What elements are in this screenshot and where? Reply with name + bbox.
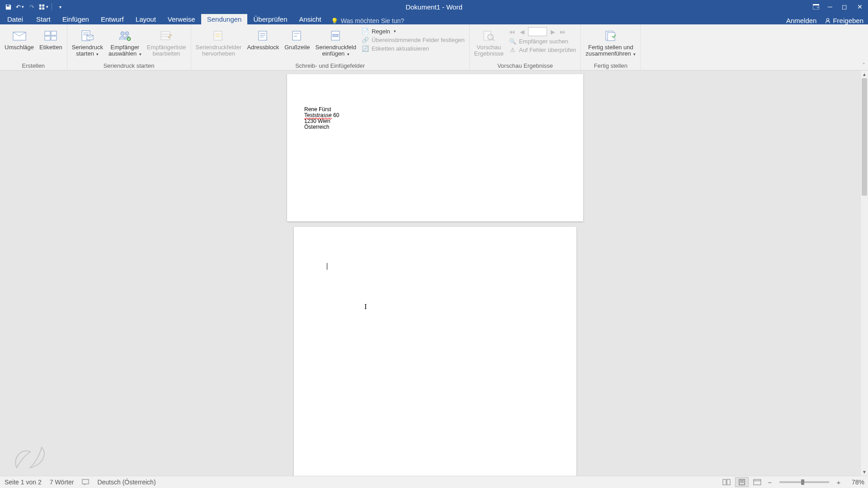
tab-review[interactable]: Überprüfen bbox=[247, 14, 293, 24]
tab-references[interactable]: Verweise bbox=[162, 14, 201, 24]
read-mode-button[interactable] bbox=[720, 477, 733, 487]
prev-record-button[interactable]: ◀ bbox=[518, 28, 526, 36]
labels-button[interactable]: Etiketten bbox=[37, 26, 65, 52]
find-recipient-button[interactable]: 🔍Empfänger suchen bbox=[508, 37, 577, 45]
highlight-icon bbox=[211, 28, 226, 43]
check-errors-button[interactable]: ⚠Auf Fehler überprüfen bbox=[508, 46, 577, 54]
group-write-insert: Seriendruckfelderhervorheben Adressblock… bbox=[191, 24, 470, 70]
touch-mode-button[interactable]: ▾ bbox=[38, 1, 49, 12]
save-button[interactable] bbox=[3, 1, 14, 12]
svg-rect-1 bbox=[42, 4, 44, 6]
text-cursor bbox=[327, 263, 327, 270]
minimize-button[interactable]: ─ bbox=[823, 0, 837, 14]
print-layout-button[interactable] bbox=[735, 477, 749, 487]
tab-view[interactable]: Ansicht bbox=[293, 14, 327, 24]
update-labels-button[interactable]: 🔄Etiketten aktualisieren bbox=[361, 44, 466, 52]
rules-button[interactable]: 📄Regeln ▾ bbox=[361, 27, 466, 35]
match-fields-button[interactable]: 🔗Übereinstimmende Felder festlegen bbox=[361, 36, 466, 44]
record-nav: ⏮ ◀ ▶ ⏭ bbox=[506, 26, 579, 37]
tab-design[interactable]: Entwurf bbox=[95, 14, 130, 24]
zoom-slider[interactable] bbox=[779, 481, 829, 483]
scroll-down-button[interactable]: ▼ bbox=[861, 468, 868, 476]
svg-rect-25 bbox=[259, 31, 267, 40]
svg-rect-11 bbox=[51, 36, 57, 40]
vertical-scrollbar[interactable]: ▲ ▼ bbox=[860, 70, 868, 476]
svg-rect-29 bbox=[292, 31, 301, 40]
check-errors-icon: ⚠ bbox=[509, 46, 516, 53]
next-record-button[interactable]: ▶ bbox=[549, 28, 557, 36]
envelope-icon bbox=[12, 28, 27, 43]
highlight-fields-button[interactable]: Seriendruckfelderhervorheben bbox=[193, 26, 245, 58]
tab-mailings[interactable]: Sendungen bbox=[201, 14, 248, 24]
zoom-in-button[interactable]: + bbox=[835, 479, 843, 486]
tell-me-search[interactable]: 💡 Was möchten Sie tun? bbox=[331, 17, 404, 24]
group-finish-label: Fertig stellen bbox=[581, 62, 640, 70]
zoom-level[interactable]: 78% bbox=[844, 479, 864, 486]
maximize-button[interactable]: ◻ bbox=[837, 0, 852, 14]
sign-in-link[interactable]: Anmelden bbox=[786, 17, 817, 24]
tab-file[interactable]: Datei bbox=[0, 14, 30, 24]
svg-rect-0 bbox=[39, 4, 42, 6]
start-merge-button[interactable]: Seriendruckstarten ▾ bbox=[69, 26, 106, 58]
recipients-icon bbox=[117, 28, 132, 43]
customize-qat-button[interactable]: ▾ bbox=[55, 1, 66, 12]
collapse-ribbon-button[interactable]: ˄ bbox=[863, 62, 865, 68]
last-record-button[interactable]: ⏭ bbox=[559, 28, 567, 36]
web-layout-button[interactable] bbox=[750, 477, 764, 487]
ribbon-display-options-button[interactable] bbox=[809, 0, 823, 14]
zoom-slider-thumb[interactable] bbox=[801, 479, 804, 485]
word-count[interactable]: 7 Wörter bbox=[50, 479, 74, 486]
redo-button[interactable]: ↷ bbox=[26, 1, 37, 12]
group-start-merge-label: Seriendruck starten bbox=[67, 62, 191, 70]
match-fields-icon: 🔗 bbox=[362, 36, 369, 43]
ribbon-tabs: Datei Start Einfügen Entwurf Layout Verw… bbox=[0, 14, 868, 24]
record-number-input[interactable] bbox=[528, 27, 547, 36]
svg-rect-23 bbox=[215, 33, 221, 35]
scroll-thumb[interactable] bbox=[862, 78, 867, 196]
language-indicator[interactable]: Deutsch (Österreich) bbox=[97, 479, 156, 486]
zoom-out-button[interactable]: − bbox=[766, 479, 774, 486]
page-2[interactable]: I bbox=[294, 227, 576, 476]
address-block-button[interactable]: Adressblock bbox=[244, 26, 282, 52]
address-text[interactable]: Rene Fürst Teststrasse 60 1230 Wien Öste… bbox=[304, 107, 339, 130]
group-preview-label: Vorschau Ergebnisse bbox=[470, 62, 581, 70]
watermark-logo bbox=[10, 443, 51, 474]
first-record-button[interactable]: ⏮ bbox=[508, 28, 516, 36]
insert-merge-field-button[interactable]: Seriendruckfeldeinfügen ▾ bbox=[313, 26, 359, 58]
edit-recipients-button[interactable]: Empfängerlistebearbeiten bbox=[144, 26, 189, 58]
group-create-label: Erstellen bbox=[0, 62, 67, 70]
qat-separator bbox=[52, 3, 52, 10]
svg-rect-2 bbox=[39, 7, 42, 9]
svg-rect-24 bbox=[215, 36, 221, 37]
window-controls: ─ ◻ ✕ bbox=[823, 0, 868, 14]
tab-layout[interactable]: Layout bbox=[130, 14, 162, 24]
spellcheck-button[interactable] bbox=[82, 479, 89, 485]
page-1[interactable]: Rene Fürst Teststrasse 60 1230 Wien Öste… bbox=[287, 74, 583, 221]
svg-point-16 bbox=[121, 32, 124, 35]
tab-start[interactable]: Start bbox=[30, 14, 57, 24]
close-button[interactable]: ✕ bbox=[852, 0, 868, 14]
envelopes-button[interactable]: Umschläge bbox=[2, 26, 37, 52]
group-create: Umschläge Etiketten Erstellen bbox=[0, 24, 67, 70]
finish-merge-button[interactable]: Fertig stellen undzusammenführen ▾ bbox=[583, 26, 638, 58]
preview-results-button[interactable]: VorschauErgebnisse bbox=[472, 26, 506, 58]
share-button[interactable]: Freigeben bbox=[825, 17, 863, 24]
svg-rect-33 bbox=[333, 34, 338, 37]
svg-rect-9 bbox=[51, 31, 57, 35]
greeting-icon bbox=[289, 28, 305, 43]
svg-rect-5 bbox=[813, 4, 819, 5]
greeting-line-button[interactable]: Grußzeile bbox=[282, 26, 312, 52]
page-indicator[interactable]: Seite 1 von 2 bbox=[5, 479, 42, 486]
svg-point-17 bbox=[125, 32, 129, 35]
select-recipients-button[interactable]: Empfängerauswählen ▾ bbox=[106, 26, 144, 58]
svg-rect-34 bbox=[484, 31, 491, 40]
mail-merge-icon bbox=[80, 28, 95, 43]
share-icon bbox=[825, 18, 831, 24]
scroll-up-button[interactable]: ▲ bbox=[861, 70, 868, 78]
address-block-icon bbox=[255, 28, 271, 43]
svg-rect-3 bbox=[42, 7, 44, 9]
ribbon: Umschläge Etiketten Erstellen Seriendruc… bbox=[0, 24, 868, 70]
tab-insert[interactable]: Einfügen bbox=[57, 14, 95, 24]
document-area[interactable]: ▦ Rene Fürst Teststrasse 60 1230 Wien Ös… bbox=[0, 70, 868, 476]
undo-button[interactable]: ↶▾ bbox=[14, 1, 25, 12]
